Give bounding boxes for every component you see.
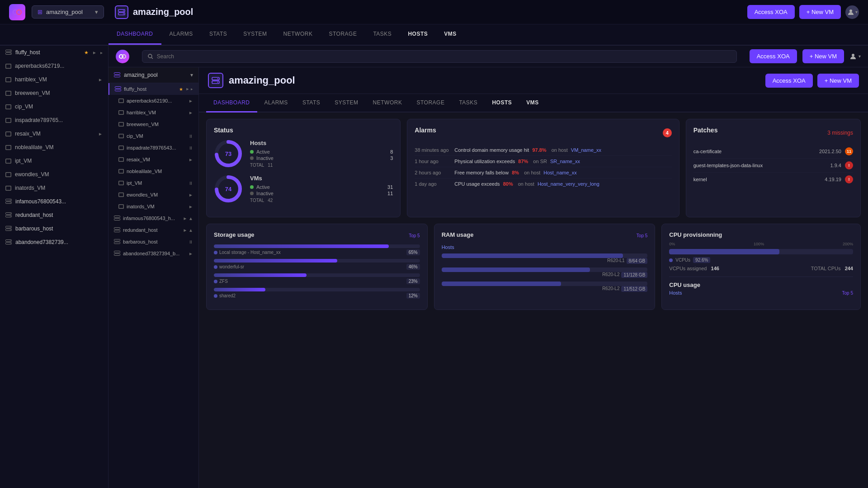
nav-tab-tasks[interactable]: TASKS (365, 24, 400, 45)
storage-bar-2: wonderful-sr 46% (214, 259, 420, 270)
storage-bar-3: ZFS 23% (214, 273, 420, 284)
svg-point-10 (10, 53, 11, 54)
pool-selector-icon: ⊞ (38, 9, 42, 15)
inner-user-avatar[interactable]: ▾ (849, 53, 861, 60)
inner-vm-apererbacks[interactable]: apererbacks62190... ► (108, 95, 198, 107)
sidebar-item-resaix[interactable]: resaix_VM ► (0, 127, 108, 141)
sidebar-item-ewondles[interactable]: ewondles_VM (0, 168, 108, 181)
header-actions: Access XOA + New VM ▾ (747, 5, 859, 19)
inner-vm-inatords[interactable]: inatords_VM ► (108, 201, 198, 212)
sidebar-item-ipt[interactable]: ipt_VM (0, 154, 108, 168)
inner-host-infamous[interactable]: infamous76800543_h... ► ▲ (108, 212, 198, 224)
sidebar-item-inatords[interactable]: inatords_VM (0, 181, 108, 195)
inner-fluffy-host[interactable]: fluffy_host ★ ► ▸ (108, 83, 198, 95)
svg-rect-53 (119, 181, 124, 185)
sidebar-item-cip[interactable]: cip_VM (0, 100, 108, 113)
inner-vm-breeween[interactable]: breeween_VM (108, 118, 198, 130)
pool-selector-arrow: ▾ (95, 9, 98, 15)
inner-pool-header[interactable]: amazing_pool ▾ (108, 67, 198, 83)
pool-icon (115, 5, 128, 19)
cpu-hosts-link[interactable]: Hosts (669, 290, 682, 296)
inner-xo-logo (116, 50, 129, 63)
user-avatar[interactable]: ▾ (845, 5, 859, 19)
sidebar-item-breeween[interactable]: breeween_VM (0, 86, 108, 100)
svg-rect-11 (6, 64, 11, 68)
vms-donut: 74 (214, 174, 243, 203)
patch-row-2: guest-templates-json-data-linux 1.9.4 ! (693, 159, 853, 173)
inner-vm-cip[interactable]: cip_VM ⏸ (108, 130, 198, 142)
sidebar-item-infamous[interactable]: infamous76800543... (0, 195, 108, 208)
vms-status-details: VMs Active 31 Inactive (250, 175, 393, 203)
search-icon (148, 54, 153, 59)
sidebar-item-apererbacks[interactable]: apererbacks62719... (0, 59, 108, 73)
patch-row-1: ca-certificate 2021.2.50 11 (693, 145, 853, 159)
sidebar-item-noblealilate[interactable]: noblealilate_VM (0, 141, 108, 154)
svg-rect-43 (114, 75, 120, 77)
svg-point-27 (10, 213, 11, 214)
cpu-card: CPU provisionning 0% 100% 200% (661, 224, 861, 310)
nav-tab-vms[interactable]: VMs (436, 24, 465, 45)
tab-alarms[interactable]: ALARMS (257, 94, 295, 113)
content-new-vm[interactable]: + New VM (817, 74, 859, 88)
svg-rect-51 (119, 158, 124, 162)
nav-tab-system[interactable]: SYSTEM (235, 24, 275, 45)
content-access-xoa[interactable]: Access XOA (765, 74, 813, 88)
svg-point-5 (123, 13, 124, 14)
sidebar-item-harriblex[interactable]: harriblex_VM ► (0, 73, 108, 86)
ram-title: RAM usage (442, 231, 474, 238)
nav-tab-network[interactable]: NETWORK (275, 24, 321, 45)
tab-tasks[interactable]: TASKS (452, 94, 485, 113)
hosts-status-details: Hosts Active 8 Inactive (250, 140, 393, 168)
svg-rect-47 (119, 111, 124, 115)
ram-hosts-link[interactable]: Hosts (442, 244, 454, 250)
ram-bar-1: R620-L1 8/64 GB (442, 253, 648, 264)
sidebar-item-abandoned[interactable]: abandoned7382739... (0, 235, 108, 249)
ram-bar-2: R620-L2 11/128 GB (442, 267, 648, 278)
svg-rect-48 (119, 122, 124, 127)
tab-network[interactable]: NETWORK (366, 94, 410, 113)
inner-access-xoa-button[interactable]: Access XOA (750, 49, 797, 63)
sidebar-item-inspadrate[interactable]: inspadrate789765... (0, 113, 108, 127)
inner-host-abandoned[interactable]: abandoned73827394_b... ► (108, 248, 198, 259)
inner-sidebar: amazing_pool ▾ fluffy_host ★ ► ▸ apererb… (108, 67, 199, 488)
inner-vm-noblealilate[interactable]: noblealilate_VM (108, 165, 198, 177)
nav-tab-hosts[interactable]: HOSTS (400, 24, 436, 45)
inner-vm-ewondles[interactable]: ewondles_VM ► (108, 189, 198, 201)
pool-selector[interactable]: ⊞ amazing_pool ▾ (32, 5, 104, 19)
new-vm-button[interactable]: + New VM (799, 5, 841, 19)
tab-hosts[interactable]: HOSTS (485, 94, 519, 113)
patches-card: Patches 3 missings ca-certificate 2021.2… (686, 119, 861, 217)
tab-dashboard[interactable]: DASHBOARD (206, 94, 257, 113)
inner-vm-ipt[interactable]: ipt_VM ⏸ (108, 177, 198, 189)
sidebar-item-redundant[interactable]: redundant_host (0, 208, 108, 222)
svg-rect-15 (6, 118, 11, 122)
tab-storage[interactable]: STORAGE (409, 94, 452, 113)
tab-stats[interactable]: STATS (295, 94, 327, 113)
inner-vm-inspadrate[interactable]: inspadrate78976543... ⏸ (108, 142, 198, 154)
sidebar-item-fluffy-host[interactable]: fluffy_host ★ ► ▸ (0, 46, 108, 59)
inner-host-redundant[interactable]: redundant_host ► ▲ (108, 224, 198, 236)
search-bar[interactable] (142, 50, 737, 63)
search-input[interactable] (157, 53, 731, 60)
nav-tab-storage[interactable]: STORAGE (321, 24, 365, 45)
inner-new-vm-button[interactable]: + New VM (802, 49, 844, 63)
svg-point-24 (10, 202, 11, 203)
nav-tab-dashboard[interactable]: DASHBOARD (108, 24, 161, 45)
inner-host-barbarous[interactable]: barbarous_host ⏸ (108, 236, 198, 248)
inner-vm-harriblex[interactable]: harriblex_VM ► (108, 107, 198, 118)
tab-system[interactable]: SYSTEM (327, 94, 365, 113)
svg-point-31 (10, 227, 11, 228)
sidebar-item-barbarous[interactable]: barbarous_host (0, 222, 108, 235)
hosts-donut-label: 73 (225, 150, 231, 157)
alarm-row-2: 1 hour ago Physical utilization exceeds … (415, 156, 671, 167)
svg-rect-12 (6, 77, 11, 82)
storage-bar-1: Local storage - Host_name_xx 65% (214, 244, 420, 255)
nav-tab-stats[interactable]: STATS (201, 24, 235, 45)
access-xoa-button[interactable]: Access XOA (747, 5, 795, 19)
svg-rect-61 (114, 242, 120, 244)
nav-tab-alarms[interactable]: ALARMS (161, 24, 201, 45)
inner-vm-resaix[interactable]: resaix_VM ► (108, 154, 198, 165)
tab-vms[interactable]: VMs (519, 94, 546, 113)
svg-rect-45 (115, 89, 121, 91)
svg-rect-60 (114, 239, 120, 241)
